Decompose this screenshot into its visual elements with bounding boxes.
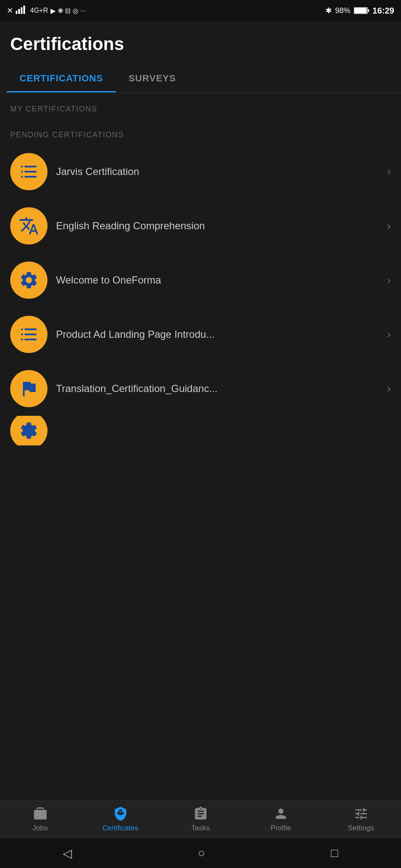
bluetooth-icon: ✱ [325, 6, 332, 15]
svg-rect-0 [16, 11, 17, 14]
my-certifications-label: MY CERTIFICATIONS [0, 93, 401, 119]
network-signal [16, 6, 28, 16]
icons-row: ▶ ❋ ⊟ ◎ ··· [50, 7, 86, 15]
android-nav-bar: ◁ ○ □ [0, 838, 401, 868]
cert-item-oneforma[interactable]: Welcome to OneForma › [0, 253, 401, 307]
back-button[interactable]: ◁ [63, 846, 72, 860]
page-header: Certifications [0, 21, 401, 64]
nav-item-tasks[interactable]: Tasks [160, 806, 241, 832]
signal-icon: ✕ [7, 6, 13, 15]
status-bar: ✕ 4G+R ▶ ❋ ⊟ ◎ ··· ✱ 98% 16:29 [0, 0, 401, 21]
cert-item-english[interactable]: English Reading Comprehension › [0, 199, 401, 253]
chevron-right-icon: › [387, 165, 391, 178]
cert-icon-gear [10, 262, 48, 299]
person-icon [273, 806, 289, 821]
cert-name-english: English Reading Comprehension [56, 220, 379, 232]
chevron-right-icon: › [387, 219, 391, 233]
cert-name-product-ad: Product Ad Landing Page Introdu... [56, 328, 379, 340]
svg-rect-5 [368, 9, 369, 12]
nav-item-profile[interactable]: Profile [241, 806, 321, 832]
page-title: Certifications [10, 34, 391, 54]
svg-rect-1 [18, 9, 20, 14]
nav-label-profile: Profile [270, 824, 291, 832]
battery-icon [354, 7, 369, 14]
cert-icon-list [10, 153, 48, 190]
network-type: 4G+R [30, 7, 48, 14]
chevron-right-icon: › [387, 273, 391, 287]
cert-item-partial [0, 416, 401, 445]
bottom-nav: Jobs Certificates Tasks Profile Settings [0, 800, 401, 838]
recents-button[interactable]: □ [331, 846, 338, 860]
cert-item-translation[interactable]: Translation_Certification_Guidanc... › [0, 362, 401, 416]
cert-icon-flag [10, 370, 48, 407]
nav-item-jobs[interactable]: Jobs [0, 806, 80, 832]
clipboard-icon [193, 806, 208, 821]
cert-icon-list2 [10, 316, 48, 353]
nav-item-certificates[interactable]: Certificates [80, 806, 160, 832]
cert-name-jarvis: Jarvis Certification [56, 166, 379, 178]
briefcase-icon [33, 806, 48, 821]
chevron-right-icon: › [387, 382, 391, 395]
status-right: ✱ 98% 16:29 [325, 6, 394, 16]
cert-name-translation: Translation_Certification_Guidanc... [56, 383, 379, 395]
certificate-icon [113, 806, 128, 821]
nav-label-jobs: Jobs [33, 824, 48, 832]
svg-rect-3 [23, 6, 25, 14]
chevron-right-icon: › [387, 328, 391, 341]
nav-label-tasks: Tasks [191, 824, 210, 832]
status-left: ✕ 4G+R ▶ ❋ ⊟ ◎ ··· [7, 6, 86, 16]
time-display: 16:29 [373, 6, 394, 16]
certification-list: Jarvis Certification › English Reading C… [0, 145, 401, 445]
svg-rect-2 [21, 7, 22, 14]
svg-rect-6 [354, 8, 367, 13]
pending-certifications-label: PENDING CERTIFICATIONS [0, 119, 401, 145]
cert-icon-translate [10, 207, 48, 245]
cert-item-jarvis[interactable]: Jarvis Certification › [0, 145, 401, 199]
tab-surveys[interactable]: SURVEYS [116, 64, 189, 92]
cert-name-oneforma: Welcome to OneForma [56, 274, 379, 286]
nav-label-settings: Settings [348, 824, 374, 832]
cert-item-product-ad[interactable]: Product Ad Landing Page Introdu... › [0, 307, 401, 362]
tab-bar: CERTIFICATIONS SURVEYS [0, 64, 401, 93]
nav-label-certificates: Certificates [102, 824, 138, 832]
battery-percent: 98% [335, 6, 351, 15]
tab-certifications[interactable]: CERTIFICATIONS [7, 64, 116, 92]
nav-item-settings[interactable]: Settings [321, 806, 401, 832]
cert-icon-partial [10, 416, 48, 445]
home-button[interactable]: ○ [198, 846, 205, 860]
sliders-icon [353, 806, 369, 821]
